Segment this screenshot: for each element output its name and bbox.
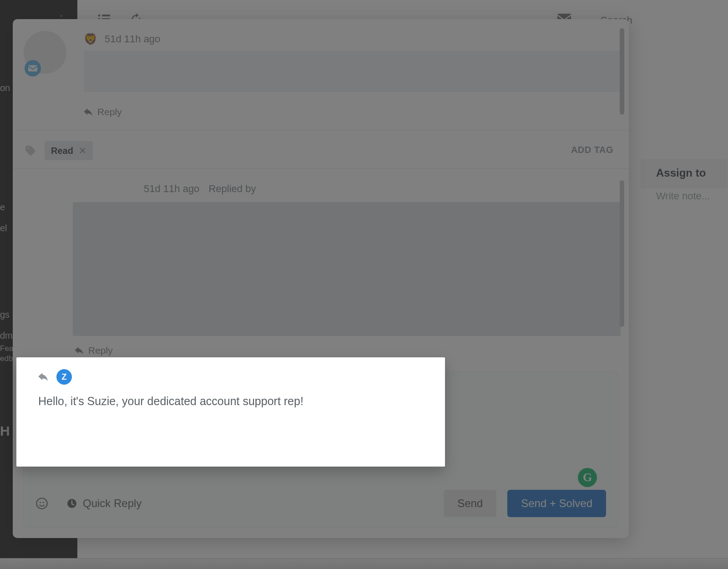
- author-avatar: Z: [56, 369, 72, 385]
- reply-editor[interactable]: Z Hello, it's Suzie, your dedicated acco…: [16, 357, 445, 467]
- reply-textarea[interactable]: Hello, it's Suzie, your dedicated accoun…: [38, 395, 431, 408]
- reply-icon: [38, 373, 48, 381]
- modal-backdrop: [0, 0, 728, 569]
